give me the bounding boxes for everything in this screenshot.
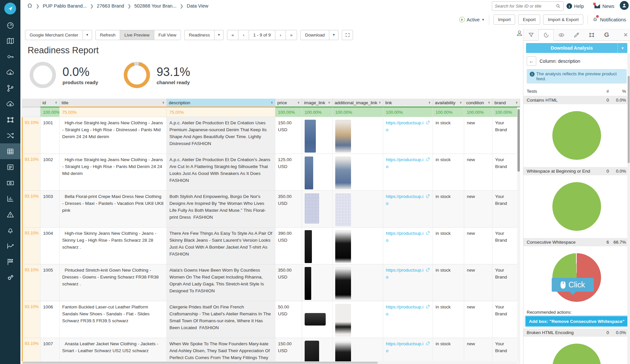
column-header-availability[interactable]: availability▲▼ — [433, 99, 464, 108]
panel-scrollbar[interactable] — [627, 53, 630, 364]
cell-brand[interactable]: Your Brand — [492, 191, 520, 228]
cell-additional-image-link[interactable] — [333, 228, 383, 264]
product-link[interactable]: https://productsup.io — [386, 193, 430, 207]
cell-condition[interactable]: new — [464, 338, 492, 364]
refresh-button[interactable]: Refresh — [95, 30, 120, 40]
columns-user-icon[interactable] — [516, 30, 523, 38]
column-header-description[interactable]: description▲▼ — [167, 99, 275, 108]
column-header-condition[interactable]: condition▲▼ — [464, 99, 492, 108]
cell-title[interactable]: Pintucked Stretch-knit Gown New Clothing… — [60, 264, 167, 301]
cell-condition[interactable]: new — [464, 228, 492, 264]
cell-title[interactable]: Bella Floral-print Crepe Maxi Dress New … — [60, 191, 167, 228]
sort-icon[interactable]: ▲▼ — [516, 101, 518, 104]
sort-icon[interactable]: ▲▼ — [488, 101, 490, 104]
breadcrumb-site[interactable]: 502888 Your Bran... — [134, 3, 176, 9]
cell-additional-image-link[interactable] — [333, 301, 383, 338]
test-row-consecutive-whitespace[interactable]: Consecutive Whitespace 6 66.7% — [523, 238, 630, 246]
cell-availability[interactable]: in stock — [433, 301, 464, 338]
site-status-dropdown[interactable]: Active ▼ — [459, 17, 485, 22]
product-image-thumbnail[interactable] — [305, 341, 319, 364]
search-input[interactable] — [495, 4, 556, 9]
column-header-image-link[interactable]: image_link▲▼ — [302, 99, 333, 108]
sidebar-item-import[interactable] — [0, 64, 20, 80]
column-header-link[interactable]: link▲▼ — [383, 99, 433, 108]
breadcrumb-account[interactable]: PUP Pablo Barand... — [43, 3, 87, 9]
sort-icon[interactable]: ▲▼ — [297, 101, 300, 104]
live-preview-button[interactable]: Live Preview — [120, 30, 154, 40]
help-link[interactable]: i Help — [567, 1, 584, 11]
table-vertical-scrollbar[interactable] — [517, 107, 520, 362]
sidebar-item-alerts[interactable] — [0, 222, 20, 238]
sort-icon[interactable]: ▲▼ — [379, 101, 381, 104]
close-panel-icon[interactable]: ✕ — [623, 29, 628, 40]
column-header-id[interactable]: id▲▼ — [40, 99, 60, 108]
last-page-button[interactable]: » — [286, 30, 297, 40]
product-link[interactable]: https://productsup.io — [386, 304, 430, 318]
cell-description[interactable]: Alaïa's Gowns Have Been Worn By Countles… — [167, 264, 275, 301]
cell-description[interactable]: A.p.c. Atelier De Production Et De Créat… — [167, 154, 275, 191]
cell-availability[interactable]: in stock — [433, 117, 464, 154]
cell-brand[interactable]: Your Brand — [492, 154, 520, 191]
news-link[interactable]: News — [594, 1, 614, 11]
import-export-button[interactable]: Import & Export — [543, 14, 583, 25]
sort-icon[interactable]: ▲▼ — [428, 101, 431, 104]
sidebar-item-access[interactable] — [0, 49, 20, 64]
report-select[interactable]: Readiness — [184, 30, 214, 40]
product-image-thumbnail[interactable] — [335, 193, 351, 226]
cell-id[interactable]: 1004 — [40, 228, 60, 264]
product-link[interactable]: https://productsup.io — [386, 267, 430, 281]
cell-condition[interactable]: new — [464, 301, 492, 338]
cell-title[interactable]: Anasta Leather Jacket New Clothing - Jac… — [60, 338, 167, 364]
cell-description[interactable]: A.p.c. Atelier De Production Et De Créat… — [167, 117, 275, 154]
sidebar-item-data-view[interactable] — [0, 143, 20, 159]
tab-preview[interactable] — [554, 29, 569, 40]
first-page-button[interactable]: « — [227, 30, 239, 40]
cell-availability[interactable]: in stock — [433, 154, 464, 191]
tab-edit[interactable] — [569, 29, 584, 40]
cell-title[interactable]: Fantom Buckled Laser-cut Leather Platfor… — [60, 301, 167, 338]
cell-price[interactable]: 350.00 USD — [275, 264, 302, 301]
product-image-thumbnail[interactable] — [305, 157, 313, 189]
sidebar-item-dataflow[interactable] — [0, 80, 20, 96]
cell-id[interactable]: 1003 — [40, 191, 60, 228]
sort-icon[interactable]: ▲▼ — [328, 101, 330, 104]
cell-condition[interactable]: new — [464, 264, 492, 301]
cell-image-link[interactable] — [302, 264, 333, 301]
back-button[interactable]: ← — [527, 56, 536, 66]
cell-description[interactable]: When We Spoke To The Row Founders Mary-k… — [167, 338, 275, 364]
cell-availability[interactable]: in stock — [433, 338, 464, 364]
cell-brand[interactable]: Your Brand — [492, 301, 520, 338]
scrollbar-thumb[interactable] — [22, 362, 378, 364]
cell-image-link[interactable] — [302, 301, 333, 338]
cell-price[interactable]: 150.00 USD — [275, 338, 302, 364]
cell-condition[interactable]: new — [464, 154, 492, 191]
home-icon[interactable] — [27, 3, 33, 9]
cell-image-link[interactable] — [302, 191, 333, 228]
cell-description[interactable]: Clergerie Prides Itself On Fine French C… — [167, 301, 275, 338]
download-analysis-caret[interactable]: ▼ — [617, 43, 627, 53]
cell-id[interactable]: 1005 — [40, 264, 60, 301]
cell-title[interactable]: High-rise Skinny Jeans New Clothing - Je… — [60, 228, 167, 264]
sidebar-item-errors[interactable] — [0, 206, 20, 222]
sidebar-item-channels[interactable] — [0, 128, 20, 143]
product-link[interactable]: https://productsup.io — [386, 157, 430, 170]
product-image-thumbnail[interactable] — [335, 267, 351, 300]
cell-brand[interactable]: Your Brand — [492, 338, 520, 364]
notifications-button[interactable]: Notifications — [592, 16, 626, 23]
cell-price[interactable]: 390.00 USD — [275, 228, 302, 264]
cell-image-link[interactable] — [302, 154, 333, 191]
cell-price[interactable]: 125.00 USD — [275, 154, 302, 191]
sidebar-item-map[interactable] — [0, 33, 20, 49]
report-select-caret[interactable]: ▼ — [214, 30, 224, 40]
cell-image-link[interactable] — [302, 338, 333, 364]
product-image-thumbnail[interactable] — [335, 120, 351, 153]
sort-icon[interactable]: ▲▼ — [271, 101, 273, 104]
user-avatar[interactable] — [620, 1, 629, 10]
sort-icon[interactable]: ▲▼ — [460, 101, 462, 104]
product-image-thumbnail[interactable] — [305, 193, 319, 224]
scrollbar-thumb[interactable] — [628, 76, 630, 163]
cell-id[interactable]: 1006 — [40, 301, 60, 338]
search-icon[interactable] — [556, 4, 561, 9]
download-analysis-button[interactable]: Download Analysis ▼ — [526, 43, 627, 53]
product-image-thumbnail[interactable] — [305, 267, 311, 300]
